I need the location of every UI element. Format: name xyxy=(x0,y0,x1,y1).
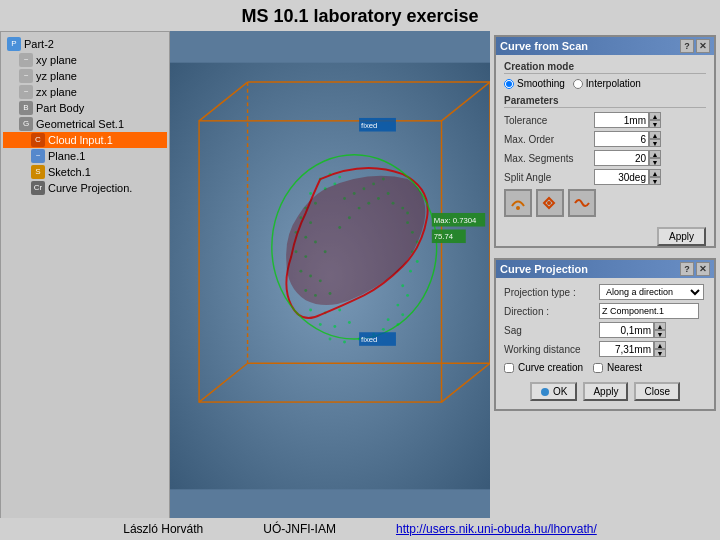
feature-tree: PPart-2~xy plane~yz plane~zx planeBPart … xyxy=(0,31,170,521)
svg-point-15 xyxy=(309,192,312,195)
geo-icon: G xyxy=(19,117,33,131)
tree-label-plane1: Plane.1 xyxy=(48,150,85,162)
tree-item-yz_plane[interactable]: ~yz plane xyxy=(3,68,167,84)
max-order-up[interactable]: ▲ xyxy=(649,131,661,139)
smoothing-option[interactable]: Smoothing xyxy=(504,78,565,89)
creation-mode-group: Smoothing Interpolation xyxy=(504,78,706,89)
close-button-2[interactable]: ✕ xyxy=(696,262,710,276)
tree-item-cloud[interactable]: CCloud lnput.1 xyxy=(3,132,167,148)
apply-button[interactable]: Apply xyxy=(583,382,628,401)
tree-item-part[interactable]: PPart-2 xyxy=(3,36,167,52)
tolerance-up[interactable]: ▲ xyxy=(649,112,661,120)
creation-mode-label: Creation mode xyxy=(504,61,706,74)
split-angle-up[interactable]: ▲ xyxy=(649,169,661,177)
sag-input[interactable] xyxy=(599,322,654,338)
curve-creation-row[interactable]: Curve creation xyxy=(504,362,583,373)
plane2-icon: ~ xyxy=(31,149,45,163)
svg-text:75.74: 75.74 xyxy=(434,232,454,241)
svg-point-60 xyxy=(333,325,336,328)
tree-item-plane1[interactable]: ~Plane.1 xyxy=(3,148,167,164)
right-panels: Curve from Scan ? ✕ Creation mode Smooth… xyxy=(490,31,720,521)
tree-label-cloud: Cloud lnput.1 xyxy=(48,134,113,146)
tree-item-curve_proj[interactable]: CrCurve Projection. xyxy=(3,180,167,196)
help-button-2[interactable]: ? xyxy=(680,262,694,276)
tool-btn-1[interactable] xyxy=(504,189,532,217)
svg-point-79 xyxy=(547,201,551,205)
close-button-proj[interactable]: Close xyxy=(634,382,680,401)
sketch-icon: S xyxy=(31,165,45,179)
max-segments-row: Max. Segments ▲ ▼ xyxy=(504,150,706,166)
curve-icon: Cr xyxy=(31,181,45,195)
svg-text:fixed: fixed xyxy=(361,335,377,344)
tree-item-xy_plane[interactable]: ~xy plane xyxy=(3,52,167,68)
svg-point-58 xyxy=(401,313,404,316)
tool-btn-3[interactable] xyxy=(568,189,596,217)
svg-point-62 xyxy=(387,318,390,321)
tree-label-yz_plane: yz plane xyxy=(36,70,77,82)
split-angle-down[interactable]: ▼ xyxy=(649,177,661,185)
plane-icon: ~ xyxy=(19,85,33,99)
institution-name: UÓ-JNFI-IAM xyxy=(263,522,336,536)
svg-point-64 xyxy=(329,338,332,341)
svg-point-48 xyxy=(409,270,412,273)
sag-row: Sag ▲ ▼ xyxy=(504,322,706,338)
3d-viewport[interactable]: fixed Max: 0.7304 75.74 fixed xyxy=(170,31,490,521)
website-link[interactable]: http://users.nik.uni-obuda.hu/lhorvath/ xyxy=(396,522,597,536)
svg-point-12 xyxy=(338,176,341,179)
plane-icon: ~ xyxy=(19,53,33,67)
max-segments-down[interactable]: ▼ xyxy=(649,158,661,166)
svg-point-78 xyxy=(516,206,520,210)
sag-up[interactable]: ▲ xyxy=(654,322,666,330)
curve-from-scan-titlebar: Curve from Scan ? ✕ xyxy=(496,37,714,55)
tool-btn-2[interactable] xyxy=(536,189,564,217)
nearest-checkbox[interactable] xyxy=(593,363,603,373)
max-order-down[interactable]: ▼ xyxy=(649,139,661,147)
tree-item-geo_set[interactable]: GGeometrical Set.1 xyxy=(3,116,167,132)
parameters-label: Parameters xyxy=(504,95,706,108)
close-button[interactable]: ✕ xyxy=(696,39,710,53)
plane-icon: ~ xyxy=(19,69,33,83)
tolerance-input[interactable] xyxy=(594,112,649,128)
svg-point-53 xyxy=(406,294,409,297)
svg-text:Max: 0.7304: Max: 0.7304 xyxy=(434,216,477,225)
footer: László Horváth UÓ-JNFI-IAM http://users.… xyxy=(0,518,720,540)
max-segments-input[interactable] xyxy=(594,150,649,166)
tree-label-part_body: Part Body xyxy=(36,102,84,114)
split-angle-input[interactable] xyxy=(594,169,649,185)
part-icon: P xyxy=(7,37,21,51)
tree-label-xy_plane: xy plane xyxy=(36,54,77,66)
max-segments-up[interactable]: ▲ xyxy=(649,150,661,158)
nearest-row[interactable]: Nearest xyxy=(593,362,642,373)
svg-point-61 xyxy=(348,321,351,324)
ok-button[interactable]: OK xyxy=(530,382,577,401)
tree-item-sketch1[interactable]: SSketch.1 xyxy=(3,164,167,180)
tree-item-part_body[interactable]: BPart Body xyxy=(3,100,167,116)
tree-label-zx_plane: zx plane xyxy=(36,86,77,98)
working-distance-up[interactable]: ▲ xyxy=(654,341,666,349)
tree-item-zx_plane[interactable]: ~zx plane xyxy=(3,84,167,100)
tolerance-down[interactable]: ▼ xyxy=(649,120,661,128)
curve-creation-checkbox[interactable] xyxy=(504,363,514,373)
body-icon: B xyxy=(19,101,33,115)
projection-type-select[interactable]: Along a direction xyxy=(599,284,704,300)
direction-input[interactable] xyxy=(599,303,699,319)
curve-from-scan-apply-button[interactable]: Apply xyxy=(657,227,706,246)
sag-down[interactable]: ▼ xyxy=(654,330,666,338)
working-distance-down[interactable]: ▼ xyxy=(654,349,666,357)
svg-point-52 xyxy=(401,284,404,287)
tree-label-sketch1: Sketch.1 xyxy=(48,166,91,178)
page-title: MS 10.1 laboratory exercise xyxy=(0,0,720,31)
projection-type-row: Projection type : Along a direction xyxy=(504,284,706,300)
cloud-icon: C xyxy=(31,133,45,147)
max-order-input[interactable] xyxy=(594,131,649,147)
svg-point-59 xyxy=(319,323,322,326)
curve-projection-title: Curve Projection xyxy=(500,263,588,275)
author-name: László Horváth xyxy=(123,522,203,536)
help-button[interactable]: ? xyxy=(680,39,694,53)
working-distance-row: Working distance ▲ ▼ xyxy=(504,341,706,357)
projection-buttons: OK Apply Close xyxy=(504,378,706,403)
tool-icons-row xyxy=(504,189,706,217)
tree-label-geo_set: Geometrical Set.1 xyxy=(36,118,124,130)
interpolation-option[interactable]: Interpolation xyxy=(573,78,641,89)
working-distance-input[interactable] xyxy=(599,341,654,357)
